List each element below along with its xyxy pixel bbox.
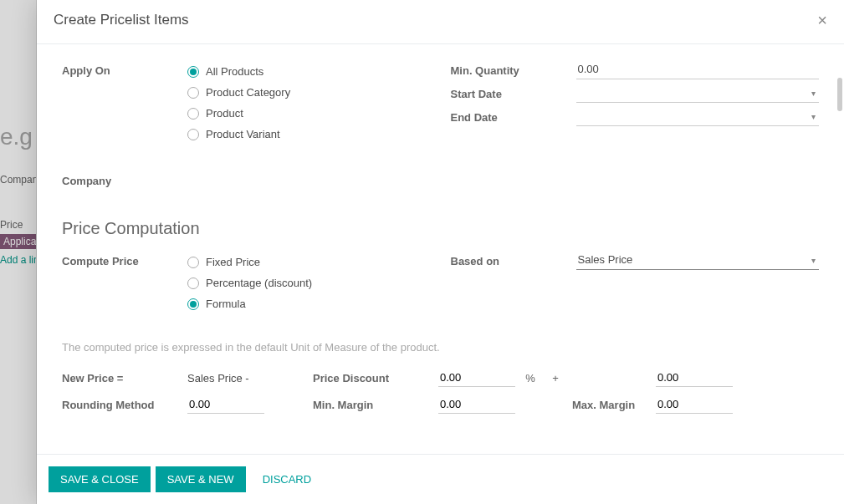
- min-quantity-label: Min. Quantity: [451, 59, 576, 77]
- apply-on-category-label: Product Category: [206, 86, 290, 99]
- compute-fixed-label: Fixed Price: [206, 256, 260, 268]
- min-margin-input[interactable]: [438, 395, 515, 414]
- max-margin-input[interactable]: [656, 395, 733, 414]
- new-price-label: New Price =: [62, 372, 187, 384]
- price-computation-title: Price Computation: [62, 219, 819, 238]
- apply-on-product-radio[interactable]: [187, 108, 199, 120]
- start-date-input[interactable]: [576, 83, 820, 103]
- end-date-label: End Date: [451, 106, 576, 124]
- apply-on-group: All Products Product Category Product: [187, 59, 431, 145]
- company-label: Company: [62, 170, 187, 187]
- rounding-label: Rounding Method: [62, 399, 187, 411]
- close-button[interactable]: ×: [817, 12, 827, 28]
- compute-formula-label: Formula: [206, 298, 246, 310]
- new-price-base: Sales Price -: [187, 372, 313, 384]
- end-date-input[interactable]: [576, 106, 820, 126]
- compute-percentage-label: Percentage (discount): [206, 277, 312, 289]
- save-close-button[interactable]: SAVE & CLOSE: [49, 466, 151, 492]
- percent-symbol: %: [522, 372, 539, 384]
- apply-on-category[interactable]: Product Category: [187, 82, 431, 103]
- surcharge-input[interactable]: [656, 369, 733, 387]
- compute-price-group: Fixed Price Percentage (discount) Formul…: [187, 250, 431, 314]
- compute-percentage-radio[interactable]: [187, 277, 199, 289]
- modal-header: Create Pricelist Items ×: [37, 0, 844, 44]
- compute-fixed[interactable]: Fixed Price: [187, 252, 431, 272]
- compute-fixed-radio[interactable]: [187, 257, 199, 268]
- price-discount-label: Price Discount: [313, 372, 438, 384]
- formula-grid: New Price = Sales Price - Price Discount…: [62, 369, 819, 414]
- apply-on-all-products[interactable]: All Products: [187, 61, 431, 82]
- create-pricelist-modal: Create Pricelist Items × Apply On All Pr…: [37, 0, 844, 504]
- apply-on-product[interactable]: Product: [187, 103, 431, 124]
- apply-on-variant-radio[interactable]: [187, 129, 199, 140]
- price-discount-input[interactable]: [438, 369, 515, 387]
- modal-title: Create Pricelist Items: [54, 12, 189, 28]
- modal-footer: SAVE & CLOSE SAVE & NEW DISCARD: [37, 454, 844, 504]
- help-text: The computed price is expressed in the d…: [62, 341, 819, 354]
- min-quantity-input[interactable]: [576, 59, 820, 79]
- max-margin-label: Max. Margin: [572, 399, 656, 411]
- rounding-input[interactable]: [187, 395, 264, 414]
- apply-on-all-radio[interactable]: [187, 66, 199, 78]
- compute-percentage[interactable]: Percentage (discount): [187, 272, 431, 293]
- scrollbar[interactable]: [837, 78, 842, 111]
- plus-symbol: +: [539, 372, 572, 384]
- based-on-label: Based on: [451, 250, 576, 267]
- discard-button[interactable]: DISCARD: [251, 466, 324, 492]
- min-margin-label: Min. Margin: [313, 399, 438, 411]
- compute-formula[interactable]: Formula: [187, 293, 431, 314]
- modal-body: Apply On All Products Product Category: [37, 44, 844, 454]
- based-on-select[interactable]: [576, 250, 820, 270]
- start-date-label: Start Date: [451, 83, 576, 100]
- apply-on-all-label: All Products: [206, 65, 263, 78]
- apply-on-variant[interactable]: Product Variant: [187, 124, 431, 145]
- compute-formula-radio[interactable]: [187, 298, 199, 310]
- compute-price-label: Compute Price: [62, 250, 187, 267]
- apply-on-category-radio[interactable]: [187, 87, 199, 99]
- save-new-button[interactable]: SAVE & NEW: [156, 466, 246, 492]
- apply-on-label: Apply On: [62, 59, 187, 77]
- apply-on-variant-label: Product Variant: [206, 128, 280, 140]
- apply-on-product-label: Product: [206, 107, 243, 120]
